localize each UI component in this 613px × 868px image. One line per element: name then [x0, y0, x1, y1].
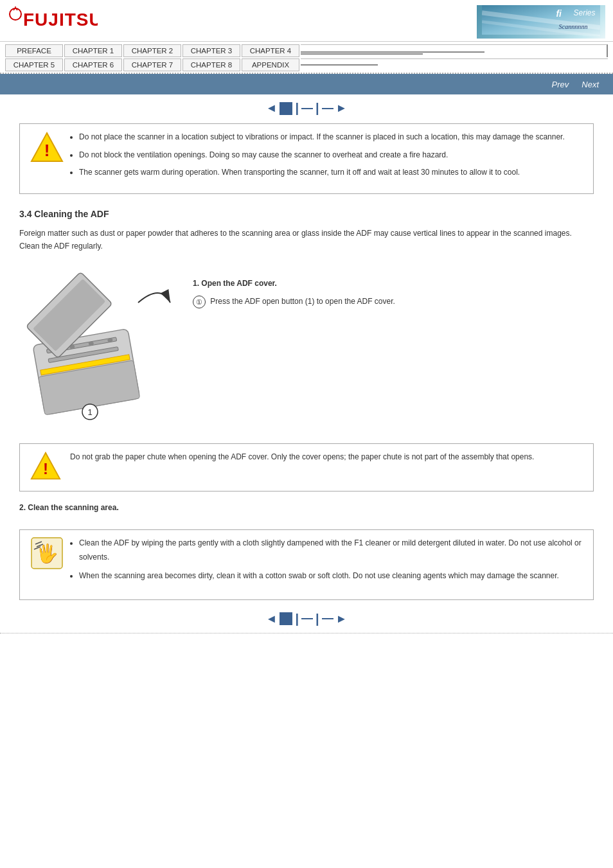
nav-preface[interactable]: PREFACE — [5, 44, 63, 57]
scanner-section: 1 ① 1. Open the ADF cover. ① Press the A… — [0, 264, 613, 439]
svg-text:Series: Series — [574, 8, 596, 17]
nav-ch5[interactable]: CHAPTER 5 — [5, 58, 63, 71]
warning-box-1: ! Do not place the scanner in a location… — [19, 123, 594, 194]
svg-text:!: ! — [44, 141, 50, 160]
step1-title: 1. Open the ADF cover. — [193, 277, 395, 290]
hint-box: 🖐 Clean the ADF by wiping the parts gent… — [19, 529, 594, 600]
scanner-image-container: 1 ① — [19, 270, 180, 433]
intro-text: Foreign matter such as dust or paper pow… — [19, 227, 594, 252]
caution-text-1: Do not grab the paper chute when opening… — [70, 450, 534, 465]
prev-button[interactable]: Prev — [546, 78, 576, 91]
nav-last-icon[interactable]: ► — [335, 102, 349, 115]
nav-appendix[interactable]: APPENDIX — [242, 58, 299, 71]
banner-svg: fi Series Scannnnnn — [482, 5, 600, 36]
bottom-page-nav: ◄ | | ► — [0, 607, 613, 630]
nav-first-icon[interactable]: ◄ — [265, 102, 279, 115]
caution-icon-1: ! — [30, 450, 61, 483]
nav-ch8[interactable]: CHAPTER 8 — [182, 58, 240, 71]
svg-text:Scannnnnn: Scannnnnn — [559, 23, 588, 30]
hint-icon: 🖐 — [30, 536, 64, 592]
svg-point-0 — [10, 8, 21, 20]
step2-area: 2. Clean the scanning area. — [0, 499, 613, 523]
warning-item-1: Do not place the scanner in a location s… — [79, 130, 565, 145]
nav-ch1[interactable]: CHAPTER 1 — [64, 44, 122, 57]
next-button[interactable]: Next — [575, 78, 605, 91]
nav-ch7[interactable]: CHAPTER 7 — [123, 58, 181, 71]
scanner-illustration: 1 ① — [19, 270, 173, 431]
nav-page-block — [280, 102, 292, 115]
hint-item-1: Clean the ADF by wiping the parts gently… — [79, 536, 583, 564]
header: FUJITSU fi Series Scannnnnn — [0, 0, 613, 42]
nav-tabs-wrapper: PREFACE CHAPTER 1 CHAPTER 2 CHAPTER 3 CH… — [0, 42, 613, 74]
nav-dash-1 — [301, 108, 313, 109]
nav-pipe-2: | — [314, 101, 321, 116]
nav-row-2: CHAPTER 5 CHAPTER 6 CHAPTER 7 CHAPTER 8 … — [5, 58, 608, 71]
bottom-nav-pipe-1: | — [294, 612, 300, 626]
caution-content-1: Do not grab the paper chute when opening… — [70, 450, 534, 483]
svg-text:!: ! — [43, 460, 48, 477]
bottom-nav-pipe-2: | — [314, 612, 321, 626]
hint-content: Clean the ADF by wiping the parts gently… — [73, 536, 583, 592]
warning-list-1: Do not place the scanner in a location s… — [79, 130, 565, 180]
svg-text:FUJITSU: FUJITSU — [23, 10, 98, 30]
step1-desc-text: Press the ADF open button (1) to open th… — [210, 297, 395, 306]
scanner-step-desc: 1. Open the ADF cover. ① Press the ADF o… — [193, 270, 395, 308]
logo-svg: FUJITSU — [8, 6, 98, 37]
svg-text:1: 1 — [87, 407, 92, 417]
hint-item-2: When the scanning area becomes dirty, cl… — [79, 569, 583, 583]
nav-ch6[interactable]: CHAPTER 6 — [64, 58, 122, 71]
warning-item-2: Do not block the ventilation openings. D… — [79, 148, 565, 163]
nav-row-1: PREFACE CHAPTER 1 CHAPTER 2 CHAPTER 3 CH… — [5, 44, 608, 57]
bottom-nav-first-icon[interactable]: ◄ — [265, 612, 279, 626]
bottom-nav-last-icon[interactable]: ► — [335, 612, 349, 626]
warning-item-3: The scanner gets warm during operation. … — [79, 166, 565, 180]
svg-text:fi: fi — [556, 9, 562, 19]
fujitsu-logo: FUJITSU — [8, 6, 98, 37]
nav-spacer-2 — [301, 58, 608, 71]
bottom-nav-dash-2 — [322, 618, 333, 619]
step-num-icon: ① — [193, 296, 206, 308]
nav-spacer-1 — [301, 44, 608, 57]
step2-title: 2. Clean the scanning area. — [19, 502, 594, 514]
bottom-nav-dash-1 — [301, 618, 313, 619]
nav-ch2[interactable]: CHAPTER 2 — [123, 44, 181, 57]
nav-dash-2 — [322, 108, 333, 109]
warning-content-1: Do not place the scanner in a location s… — [73, 130, 565, 186]
bottom-nav-page-block — [280, 612, 292, 625]
toolbar: Prev Next — [0, 74, 613, 94]
hint-list: Clean the ADF by wiping the parts gently… — [79, 536, 583, 583]
bottom-border — [0, 633, 613, 633]
warning-icon-1: ! — [30, 130, 64, 186]
nav-ch3[interactable]: CHAPTER 3 — [182, 44, 240, 57]
content-area: 3.4 Cleaning the ADF Foreign matter such… — [0, 202, 613, 264]
caution-box-1: ! Do not grab the paper chute when openi… — [19, 443, 594, 492]
nav-pipe-1: | — [294, 101, 300, 116]
nav-ch4[interactable]: CHAPTER 4 — [242, 44, 299, 57]
section-title: 3.4 Cleaning the ADF — [19, 207, 594, 221]
top-page-nav: ◄ | | ► — [0, 96, 613, 120]
step1-desc: ① Press the ADF open button (1) to open … — [193, 295, 395, 308]
fi-series-banner: fi Series Scannnnnn — [477, 5, 605, 39]
